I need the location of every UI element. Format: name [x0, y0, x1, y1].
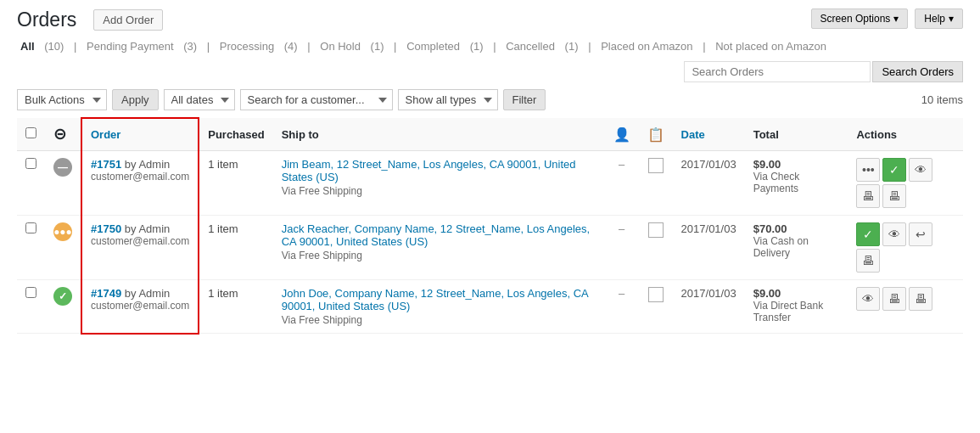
actions-cell: 👁 🖶 🖶 — [848, 280, 963, 334]
search-orders-button[interactable]: Search Orders — [872, 61, 963, 82]
filter-completed-link[interactable]: Completed (1) — [403, 40, 486, 53]
dash-icon: – — [619, 158, 624, 171]
purchased-cell: 1 item — [199, 151, 272, 216]
order-email: customer@email.com — [91, 300, 189, 312]
screen-options-arrow-icon: ▾ — [893, 13, 899, 25]
filter-not-placed-amazon-link[interactable]: Not placed on Amazon — [712, 40, 830, 53]
total-column-header: Total — [753, 128, 779, 141]
search-input[interactable] — [684, 61, 871, 82]
person-cell: – — [605, 151, 639, 216]
ship-to-cell: Jack Reacher, Company Name, 12 Street_Na… — [273, 216, 605, 280]
order-id-link[interactable]: #1750 — [91, 222, 121, 235]
total-cell: $9.00 Via Direct Bank Transfer — [745, 280, 848, 334]
dates-select[interactable]: All dates — [164, 89, 235, 110]
row-checkbox[interactable] — [25, 158, 36, 169]
search-bar: Search Orders — [17, 61, 963, 82]
row-checkbox[interactable] — [25, 222, 36, 233]
items-count: 10 items — [921, 93, 963, 106]
action-packing-btn[interactable]: 🖶 — [909, 287, 932, 311]
calendar-cell — [639, 151, 673, 216]
table-row: — #1751 by Admin customer@email.com 1 it… — [17, 151, 963, 216]
action-check-btn[interactable]: ✓ — [882, 158, 906, 182]
action-eye-btn[interactable]: 👁 — [882, 222, 906, 246]
purchased-cell: 1 item — [199, 216, 272, 280]
table-row: ●●● #1750 by Admin customer@email.com 1 … — [17, 216, 963, 280]
order-by: by Admin — [125, 222, 170, 235]
person-cell: – — [605, 280, 639, 334]
checkbox-icon — [648, 287, 664, 302]
ship-to-cell: Jim Beam, 12 Street_Name, Los Angeles, C… — [273, 151, 605, 216]
actions-column-header: Actions — [856, 128, 897, 141]
order-email: customer@email.com — [91, 235, 189, 247]
date-cell: 2017/01/03 — [673, 280, 745, 334]
order-by: by Admin — [125, 158, 170, 171]
ship-to-column-header: Ship to — [282, 128, 319, 141]
actions-cell: ✓ 👁 ↩ 🖶 — [848, 216, 963, 280]
action-invoice-btn[interactable]: 🖶 — [856, 249, 880, 273]
total-cell: $9.00 Via Check Payments — [745, 151, 848, 216]
status-icon-completed: ✓ — [53, 287, 72, 306]
dash-icon: – — [619, 287, 624, 300]
person-cell: – — [605, 216, 639, 280]
action-refund-btn[interactable]: ↩ — [909, 222, 932, 246]
filter-placed-amazon-link[interactable]: Placed on Amazon — [597, 40, 696, 53]
order-id-link[interactable]: #1751 — [91, 158, 121, 171]
status-icon-cancelled: — — [53, 158, 72, 177]
purchased-cell: 1 item — [199, 280, 272, 334]
row-checkbox[interactable] — [25, 287, 36, 298]
person-column-icon: 👤 — [613, 127, 630, 142]
help-arrow-icon: ▾ — [949, 13, 954, 25]
dash-icon: – — [619, 222, 624, 235]
select-all-checkbox[interactable] — [25, 127, 36, 138]
purchased-column-header: Purchased — [208, 128, 264, 141]
page-title: Orders — [17, 8, 76, 31]
apply-button[interactable]: Apply — [112, 89, 159, 110]
checkbox-icon — [648, 158, 664, 173]
order-email: customer@email.com — [91, 171, 189, 183]
date-cell: 2017/01/03 — [673, 151, 745, 216]
filter-cancelled-link[interactable]: Cancelled (1) — [502, 40, 581, 53]
date-cell: 2017/01/03 — [673, 216, 745, 280]
status-icon-processing: ●●● — [53, 222, 72, 241]
calendar-column-icon: 📋 — [647, 127, 664, 142]
order-column-header[interactable]: Order — [91, 128, 120, 141]
bulk-actions-select[interactable]: Bulk Actions — [17, 89, 107, 110]
table-row: ✓ #1749 by Admin customer@email.com 1 it… — [17, 280, 963, 334]
filter-processing-link[interactable]: Processing (4) — [216, 40, 301, 53]
date-column-header[interactable]: Date — [681, 128, 705, 141]
action-eye-btn[interactable]: 👁 — [909, 158, 932, 182]
action-dots-btn[interactable]: ••• — [856, 158, 880, 182]
calendar-cell — [639, 280, 673, 334]
order-by: by Admin — [125, 287, 170, 300]
toolbar: Bulk Actions Apply All dates Search for … — [17, 89, 963, 110]
order-id-link[interactable]: #1749 — [91, 287, 121, 300]
customer-search-select[interactable]: Search for a customer... — [240, 89, 393, 110]
orders-table: ⊝ Order Purchased Ship to 👤 📋 — [17, 117, 963, 335]
total-cell: $70.00 Via Cash on Delivery — [745, 216, 848, 280]
action-invoice-btn[interactable]: 🖶 — [882, 287, 906, 311]
add-order-button[interactable]: Add Order — [93, 9, 163, 31]
screen-options-button[interactable]: Screen Options ▾ — [811, 8, 909, 29]
ship-to-cell: John Doe, Company Name, 12 Street_Name, … — [273, 280, 605, 334]
action-packing-btn[interactable]: 🖶 — [882, 184, 906, 208]
calendar-cell — [639, 216, 673, 280]
actions-cell: ••• ✓ 👁 🖶 🖶 — [848, 151, 963, 216]
filter-all-link[interactable]: All (10) — [17, 40, 67, 53]
action-check-btn[interactable]: ✓ — [856, 222, 880, 246]
filter-pending-link[interactable]: Pending Payment (3) — [83, 40, 200, 53]
show-types-select[interactable]: Show all types — [398, 89, 498, 110]
action-invoice-btn[interactable]: 🖶 — [856, 184, 880, 208]
checkbox-icon — [648, 222, 664, 238]
filter-onhold-link[interactable]: On Hold (1) — [316, 40, 387, 53]
action-eye-btn[interactable]: 👁 — [856, 287, 880, 311]
filter-links: All (10) | Pending Payment (3) | Process… — [17, 40, 963, 53]
filter-button[interactable]: Filter — [503, 89, 546, 110]
status-column-icon: ⊝ — [53, 126, 66, 143]
help-button[interactable]: Help ▾ — [915, 8, 963, 29]
